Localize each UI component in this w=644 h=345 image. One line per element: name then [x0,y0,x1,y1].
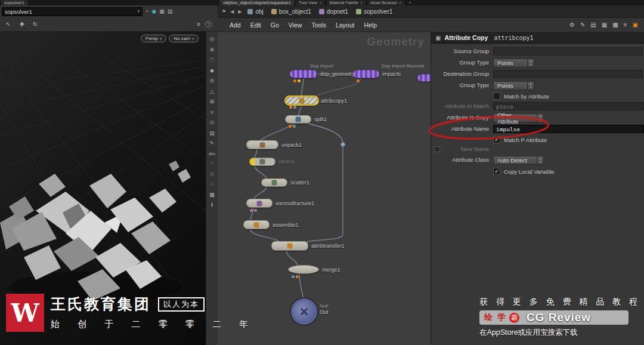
node-dop-geometry[interactable]: Dop Import dop_geometry [290,70,317,78]
split-icon [296,117,301,122]
node-dop-import-partial[interactable] [417,74,431,82]
normals-icon[interactable]: △ [210,89,214,94]
close-icon[interactable]: × [399,0,401,5]
info-icon[interactable]: ℹ [211,202,213,208]
move-tool-icon[interactable]: ✚ [19,21,24,27]
annotate-icon[interactable]: ✎ [210,141,215,146]
add-geo-icon[interactable]: ⊕ [210,47,215,53]
takes-icon[interactable]: ▣ [633,22,638,28]
promo-app-name: CG Review [527,311,591,324]
viewport-path-field[interactable]: sopsolver1 ▾ [2,7,143,16]
destination-group-field[interactable] [493,70,643,78]
close-icon[interactable]: × [360,0,363,5]
panel-layout-icon[interactable]: ▤ [168,9,173,14]
grid-layout-icon[interactable]: ▦ [159,9,165,14]
node-impacts[interactable]: Dop Import Records impacts [353,70,379,78]
view-tool-icon[interactable]: ◎ [210,36,215,42]
node-name-label: assemble1 [273,222,299,228]
persp-view-dropdown[interactable]: Persp ▾ [141,35,166,42]
node-badges [292,275,299,278]
spinner-icon[interactable]: ▴▾ [528,81,534,90]
select-box-icon[interactable]: □ [210,57,213,63]
spinner-icon[interactable]: ▴▾ [537,156,544,165]
breadcrumb-box-object1[interactable]: box_object1 [270,8,313,15]
network-dot[interactable] [341,143,345,147]
home-view-icon[interactable]: ⌂ [210,181,213,187]
camera-dropdown[interactable]: No cam ▾ [169,35,199,42]
points-display-icon[interactable]: ∴ [210,161,214,166]
node-name-label: clean1 [278,159,295,165]
menu-tools[interactable]: Tools [306,21,331,29]
param-row-group-type-src: Group Type Points ▴▾ [431,58,644,68]
menu-help[interactable]: Help [359,21,382,29]
grid-icon[interactable]: ⊞ [210,99,215,104]
menu-go[interactable]: Go [266,21,284,29]
breadcrumb-dopnet1[interactable]: dopnet1 [317,8,350,15]
add-tab-icon[interactable]: + [405,0,414,5]
group-type-dst-dropdown[interactable]: Points ▴▾ [493,81,534,90]
table-view-icon[interactable]: ▩ [612,22,618,28]
attribcopy-icon [299,98,305,103]
tab-asset-browser[interactable]: Asset Browser × [367,0,405,5]
select-tool-icon[interactable]: ↖ [6,21,11,27]
copy-local-variable-checkbox[interactable]: ✓ [493,168,500,175]
tab-tree-view[interactable]: Tree View × [295,0,326,5]
source-group-field[interactable] [493,47,643,56]
node-merge1[interactable]: merge1 [288,265,319,274]
hide-icon[interactable]: ⊘ [210,78,215,84]
wireframe-icon[interactable]: ◇ [210,171,214,177]
rotate-tool-icon[interactable]: ↻ [33,21,38,27]
node-unpack1[interactable]: unpack1 [246,140,278,149]
attribute-to-copy-dropdown[interactable]: Other Attribute ▴▾ [493,113,544,122]
breadcrumb-obj[interactable]: obj [246,8,265,15]
grid-view-icon[interactable]: ▦ [602,22,607,28]
company-slogan: 始 创 于 二 零 零 二 年 [51,319,256,330]
node-name-field[interactable]: attribcopy1 [494,35,533,41]
panel-icon[interactable]: ▤ [590,22,596,28]
edit-params-icon[interactable]: ✎ [580,22,585,28]
back-icon[interactable]: ◀ [230,9,234,14]
left-pane-tab[interactable]: sopsolver1 [1,0,27,5]
settings-icon[interactable]: ⚙ [569,22,575,28]
group-type-src-dropdown[interactable]: Points ▴▾ [493,58,534,67]
attribute-name-field[interactable]: impulse [493,125,644,133]
spinner-icon[interactable]: ▴▾ [528,58,534,67]
tab-material-palette[interactable]: Material Palette × [326,0,367,5]
node-voronoifracture1[interactable]: voronoifracture1 [246,199,273,208]
path-tab[interactable]: /obj/box_object1/dopnet1/sopsolver1 [219,0,295,5]
snap-icon[interactable]: ◆ [210,68,214,73]
spinner-icon[interactable]: ▴▾ [537,113,544,122]
pin-icon[interactable]: ⚑ [222,9,226,14]
split-pane-icon[interactable]: + [145,9,148,14]
chevron-down-icon[interactable]: ▾ [137,9,140,14]
param-row-match-p-attribute: ✓ Match P Attribute [431,135,644,145]
panel-icon[interactable]: ▤ [209,131,215,136]
match-p-attribute-checkbox[interactable]: ✓ [493,136,500,143]
chevron-down-icon: ▾ [192,36,194,41]
record-icon[interactable]: ◉ [151,9,156,14]
node-clean1[interactable]: clean1 [249,158,275,166]
attribute-class-dropdown[interactable]: Auto Detect ▴▾ [493,156,544,165]
menu-edit[interactable]: Edit [246,21,266,29]
attribute-to-match-field[interactable]: piece [493,102,644,110]
node-split1[interactable]: split1 [285,115,311,124]
menu-view[interactable]: View [284,21,307,29]
multigrid-icon[interactable]: ▦ [209,192,215,198]
match-by-attribute-checkbox[interactable] [493,93,500,100]
help-icon[interactable]: ? [205,21,212,27]
node-assemble1[interactable]: assemble1 [243,220,270,229]
display-options-icon[interactable]: ⊙ [210,120,215,125]
menu-layout[interactable]: Layout [331,21,360,29]
forward-icon[interactable]: ▶ [238,9,242,14]
list-view-icon[interactable]: ≡ [624,22,627,28]
node-scatter1[interactable]: scatter1 [261,178,287,187]
list-icon[interactable]: ≡ [210,110,213,115]
menu-add[interactable]: Add [225,21,246,29]
menu-icon[interactable]: ≡ [197,21,200,27]
node-attribcopy1[interactable]: attribcopy1 [284,96,319,106]
node-attribtransfer1[interactable]: attribtransfer1 [271,241,308,251]
node-out-null[interactable]: ✕ Null Out [293,300,315,323]
text-overlay-icon[interactable]: abc [209,152,215,156]
close-icon[interactable]: × [319,0,321,5]
breadcrumb-sopsolver1[interactable]: sopsolver1 [354,8,394,15]
